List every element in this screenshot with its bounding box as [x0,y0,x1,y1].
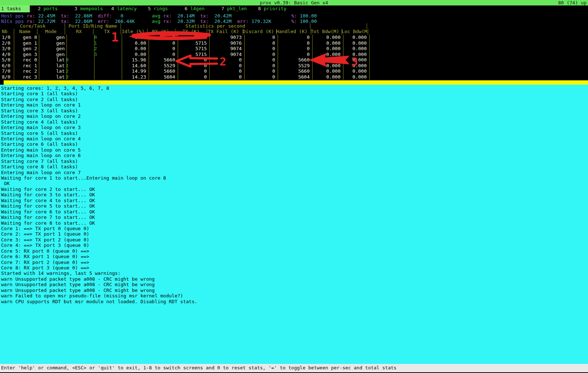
table-cell: 0.000 [310,35,343,40]
table-cell: 0 [207,74,245,80]
log-line: warn Unsupported packet type a008 - CRC … [1,276,588,282]
table-cell [65,52,94,57]
log-line: Waiting for core 5 to start... OK [1,203,588,209]
table-cell: 0 [207,63,245,69]
host-pps-stats-line: Host pps rx: 22.45M tx: 22.86M diff: 0 a… [1,13,317,19]
table-cell: 5715 [175,40,210,46]
tab-ports[interactable]: 2 ports [37,5,73,12]
table-cell: rec 0 [13,57,39,63]
table-cell: 6/0 [1,63,14,69]
table-cell: 9074 [207,46,245,52]
table-cell: 5715 [175,46,210,52]
table-cell: 0 [242,63,278,69]
table-cell: 0.00 [121,46,149,52]
table-col-header: Tot Bdw(M) [310,29,342,35]
table-cell: 0 [275,35,313,40]
table-cell: 0.000 [310,40,343,46]
table-cell: rec 3 [13,74,39,80]
log-line: Core 2: ==> TX port 1 (queue 0) [1,231,588,237]
tab-rings[interactable]: 5 rings [147,5,184,12]
table-cell: 5/0 [1,57,14,63]
table-cell: 1 [93,40,122,46]
table-cell: 9076 [207,40,245,46]
table-cell: 0 [275,46,313,52]
table-col-header: Mode [37,29,65,35]
tab-tasks[interactable]: 1 tasks [0,5,37,12]
log-line: Starting core 8 (all tasks) [1,164,588,169]
table-cell [65,35,94,40]
table-cell: gen [37,40,67,46]
tab-key: 1 [1,6,4,11]
log-line: Starting core 5 (all tasks) [1,131,588,136]
log-line: warn CPU supports RDT but msr module not… [1,299,588,304]
table-cell: 0 [242,52,278,57]
table-col-header: TX Fail (K) [207,29,243,35]
table-cell: 0 [146,52,178,57]
table-cell [93,68,122,74]
table-col-header: TX [93,29,121,35]
table-cell: 0 [146,35,178,40]
table-cell: 5715 [175,35,210,40]
tab-mempools[interactable]: 3 mempools [73,5,110,12]
tab-priority[interactable]: 8 priority [257,5,294,12]
table-cell: gen [37,46,67,52]
table-cell: 0.000 [310,46,343,52]
stats-segment: avg [152,13,160,19]
table-cell: 0.000 [310,57,343,63]
tab-key: 8 [258,6,261,11]
table-cell: 9073 [207,35,245,40]
table-cell: 0.000 [310,63,343,69]
table-cell: 0 [242,40,278,46]
table-cell: 5604 [275,74,313,80]
table-cell: 0 [275,52,313,57]
command-status-bar[interactable]: Enter 'help' or command, <ESC> or 'quit'… [0,364,588,372]
table-col-header: RX (K) [146,29,176,35]
stats-segment [124,13,152,19]
log-line: Entering main loop on core 6 [1,153,588,158]
log-line: Core 5: RX port 0 (queue 0) ==> [1,248,588,254]
log-line: warn Failed to open msr pseudo-file (mis… [1,293,588,298]
table-cell: 0 [242,74,278,80]
table-cell [65,46,94,52]
table-cell: 2 [65,68,94,74]
tab-l4gen[interactable]: 6 l4gen [184,5,220,12]
table-group-header: Port ID/Ring Name [65,23,121,29]
table-cell: gen 1 [13,40,39,46]
log-line: Core 7: RX port 2 (queue 0) ==> [1,260,588,265]
log-line: Starting core 7 (all tasks) [1,159,588,164]
table-cell: lat [37,68,67,74]
tab-pkt_len[interactable]: 7 pkt_len [220,5,257,12]
window-title: prox v0.39: Basic Gen x4 [260,0,328,5]
table-cell: 1/0 [1,35,14,40]
table-cell: 0 [207,68,245,74]
table-group-header: Statistics per second [121,23,310,29]
log-line: Waiting for core 8 to start... OK [1,220,588,226]
table-cell: rec 1 [13,63,39,69]
table-cell: 5529 [146,63,178,69]
table-cell: 0.000 [341,68,370,74]
table-cell: 0 [146,40,178,46]
log-line: Waiting for core 4 to start... OK [1,198,588,203]
log-line: Waiting for core 6 to start... OK [1,209,588,214]
table-cell: 0.000 [341,46,370,52]
table-col-header: Nb [1,29,14,35]
table-col-header: RX [65,29,93,35]
table-cell: 0 [175,57,210,63]
table-cell: 0 [242,57,278,63]
table-cell: 0.000 [310,74,343,80]
table-cell: 14.99 [121,68,149,74]
table-cell: 1 [65,63,94,69]
table-cell: 0.00 [121,35,149,40]
log-line: Starting core 1 (all tasks) [1,91,588,96]
log-line: Entering main loop on core 7 [1,170,588,175]
table-cell: 5604 [146,74,178,80]
tab-key: 6 [185,6,188,11]
log-line: warn Unsupported packet type a008 - CRC … [1,288,588,293]
tab-key: 7 [221,6,224,11]
table-cell: gen [37,52,67,57]
log-line: Waiting for core 1 to start...Entering m… [1,175,588,181]
title-bar: prox v0.39: Basic Gen x4 80 (74) up [0,0,588,5]
log-line: Core 4: ==> TX port 3 (queue 0) [1,242,588,248]
tab-latency[interactable]: 4 latency [110,5,147,12]
table-cell: 0 [175,74,210,80]
